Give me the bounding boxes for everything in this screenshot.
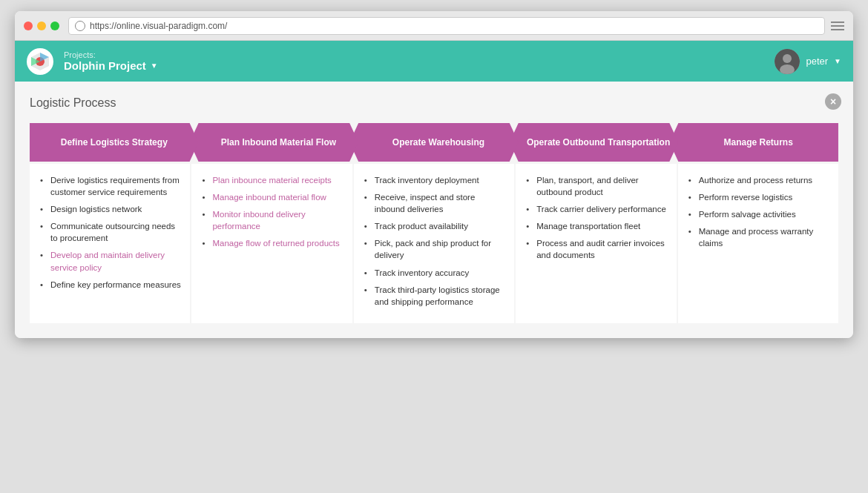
- logo-svg: [30, 51, 50, 72]
- list-item: Develop and maintain delivery service po…: [40, 249, 183, 273]
- user-dropdown-arrow: ▼: [834, 57, 841, 65]
- list-item: Monitor inbound delivery performance: [202, 208, 344, 232]
- col3-content: Track inventory deployment Receive, insp…: [354, 164, 514, 323]
- list-item: Track product availability: [364, 220, 507, 232]
- col5-header-wrap: Manage Returns: [669, 123, 838, 162]
- user-avatar: [775, 49, 800, 74]
- list-item: Process and audit carrier invoices and d…: [526, 237, 668, 261]
- col5-content: Authorize and process returns Perform re…: [678, 164, 838, 323]
- col5-header: Manage Returns: [669, 123, 838, 162]
- col4-content: Plan, transport, and deliver outbound pr…: [516, 164, 676, 323]
- list-item: Pick, pack and ship product for delivery: [364, 237, 507, 261]
- list-item: Manage and process warranty claims: [688, 225, 831, 249]
- list-item: Communicate outsourcing needs to procure…: [40, 220, 183, 244]
- list-item: Authorize and process returns: [688, 174, 831, 186]
- svg-point-5: [783, 54, 792, 63]
- col1-header-wrap: Define Logistics Strategy: [30, 123, 199, 162]
- col5-list: Authorize and process returns Perform re…: [688, 174, 831, 249]
- col1-header: Define Logistics Strategy: [30, 123, 199, 162]
- app-header: Projects: Dolphin Project ▼ peter ▼: [15, 41, 853, 82]
- main-content: Logistic Process × Define Logistics Stra…: [15, 82, 853, 338]
- list-item: Manage inbound material flow: [202, 191, 344, 203]
- maximize-button[interactable]: [50, 21, 59, 30]
- col3-header-wrap: Operate Warehousing: [349, 123, 519, 162]
- user-area[interactable]: peter ▼: [775, 49, 841, 74]
- list-item: Design logistics network: [40, 203, 183, 215]
- user-name: peter: [806, 56, 828, 67]
- projects-label: Projects:: [64, 50, 775, 59]
- col2-content: Plan inbounce material receipts Manage i…: [191, 164, 352, 323]
- title-bar: https://online.visual-paradigm.com/: [15, 11, 853, 41]
- list-item: Manage transportation fleet: [526, 220, 668, 232]
- list-item: Receive, inspect and store inbound deliv…: [364, 191, 507, 215]
- project-dropdown-arrow: ▼: [151, 62, 158, 70]
- col2-header-wrap: Plan Inbound Material Flow: [190, 123, 359, 162]
- app-logo: [27, 48, 53, 75]
- page-title: Logistic Process: [30, 96, 838, 110]
- col1-list: Derive logistics requirements from custo…: [40, 174, 183, 291]
- col2-header: Plan Inbound Material Flow: [190, 123, 359, 162]
- project-info: Projects: Dolphin Project ▼: [64, 50, 775, 72]
- project-name-dropdown[interactable]: Dolphin Project ▼: [64, 59, 775, 72]
- list-item: Plan inbounce material receipts: [202, 174, 344, 186]
- list-item: Track third-party logistics storage and …: [364, 284, 507, 308]
- col3-header: Operate Warehousing: [349, 123, 519, 162]
- list-item: Plan, transport, and deliver outbound pr…: [526, 174, 668, 198]
- secure-icon: [75, 21, 85, 31]
- col3-list: Track inventory deployment Receive, insp…: [364, 174, 507, 308]
- address-bar[interactable]: https://online.visual-paradigm.com/: [68, 17, 825, 35]
- col4-header: Operate Outbound Transportation: [510, 123, 679, 162]
- close-button[interactable]: [24, 21, 33, 30]
- minimize-button[interactable]: [37, 21, 46, 30]
- list-item: Define key performance measures: [40, 279, 183, 291]
- col1-content: Derive logistics requirements from custo…: [30, 164, 190, 323]
- content-row: Derive logistics requirements from custo…: [30, 164, 838, 323]
- list-item: Track inventory accuracy: [364, 267, 507, 279]
- traffic-lights: [24, 21, 59, 30]
- list-item: Manage flow of returned products: [202, 237, 344, 249]
- col4-list: Plan, transport, and deliver outbound pr…: [526, 174, 668, 262]
- browser-menu-icon[interactable]: [831, 21, 844, 30]
- url-text: https://online.visual-paradigm.com/: [90, 21, 227, 31]
- list-item: Track carrier delivery performance: [526, 203, 668, 215]
- col2-list: Plan inbounce material receipts Manage i…: [202, 174, 344, 249]
- process-flow: Define Logistics Strategy Plan Inbound M…: [30, 123, 838, 323]
- browser-window: https://online.visual-paradigm.com/ Proj…: [15, 11, 853, 338]
- list-item: Perform salvage activities: [688, 208, 831, 220]
- header-row: Define Logistics Strategy Plan Inbound M…: [30, 123, 838, 162]
- list-item: Derive logistics requirements from custo…: [40, 174, 183, 198]
- list-item: Track inventory deployment: [364, 174, 507, 186]
- list-item: Perform reverse logistics: [688, 191, 831, 203]
- avatar-svg: [775, 49, 800, 74]
- close-diagram-button[interactable]: ×: [825, 93, 841, 110]
- col4-header-wrap: Operate Outbound Transportation: [510, 123, 679, 162]
